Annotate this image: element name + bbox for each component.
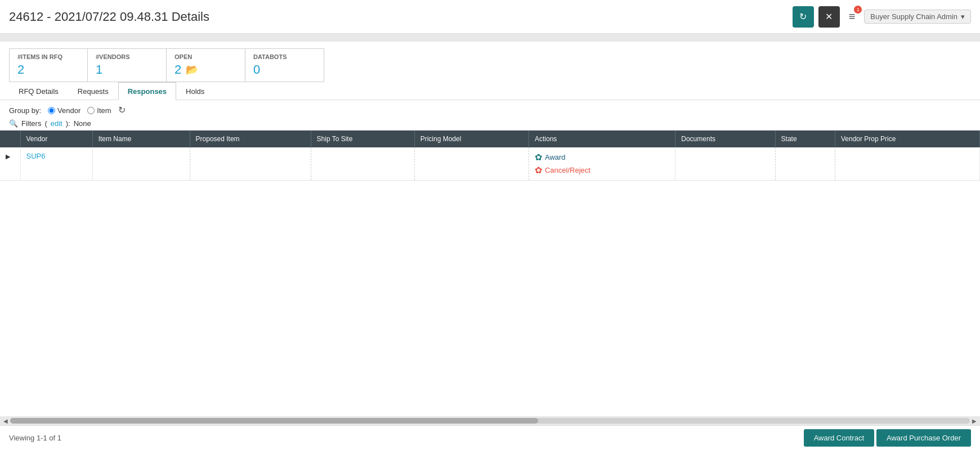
close-button[interactable]: ✕ (818, 6, 840, 28)
stat-vendors: #VENDORS 1 (88, 48, 167, 82)
col-pricing-model: Pricing Model (414, 130, 529, 147)
col-proposed-item: Proposed Item (190, 130, 311, 147)
filters-edit-wrapper: ( (44, 119, 47, 128)
table-wrapper[interactable]: Vendor Item Name Proposed Item Ship To S… (0, 130, 980, 416)
filters-close-paren: ): (66, 119, 70, 128)
stat-vendors-value: 1 (96, 62, 158, 77)
dropdown-chevron-icon: ▾ (961, 12, 965, 21)
folder-icon: 📂 (186, 64, 198, 76)
cell-ship-to-site (311, 147, 414, 181)
footer: Viewing 1-1 of 1 Award Contract Award Pu… (0, 425, 980, 450)
group-by-vendor-option[interactable]: Vendor (48, 106, 80, 115)
cancel-reject-action[interactable]: ✿ Cancel/Reject (535, 165, 669, 176)
subheader-bar (0, 34, 980, 42)
col-item-name: Item Name (92, 130, 190, 147)
notification-wrapper: ≡ 1 (844, 8, 860, 25)
group-refresh-icon[interactable]: ↻ (118, 105, 129, 116)
group-by-item-radio[interactable] (87, 107, 95, 114)
cell-expand[interactable]: ▶ (0, 147, 20, 181)
col-actions: Actions (529, 130, 675, 147)
scrollbar-thumb[interactable] (10, 418, 538, 424)
group-by-row: Group by: Vendor Item ↻ (9, 105, 971, 116)
stat-databots-value: 0 (253, 62, 316, 77)
col-documents: Documents (675, 130, 775, 147)
group-by-label: Group by: (9, 106, 41, 115)
stats-row: #ITEMS IN RFQ 2 #VENDORS 1 OPEN 2 📂 DATA… (9, 48, 971, 82)
stats-section: #ITEMS IN RFQ 2 #VENDORS 1 OPEN 2 📂 DATA… (0, 42, 980, 82)
cell-actions: ✿ Award ✿ Cancel/Reject (529, 147, 675, 181)
group-by-item-option[interactable]: Item (87, 106, 111, 115)
search-icon: 🔍 (9, 119, 18, 128)
group-by-item-label: Item (97, 106, 111, 115)
filters-value: None (74, 119, 91, 128)
award-label: Award (545, 153, 566, 161)
notification-badge: 1 (854, 6, 862, 14)
col-ship-to-site: Ship To Site (311, 130, 414, 147)
expand-arrow-icon[interactable]: ▶ (6, 153, 10, 160)
page-title: 24612 - 2021/07/22 09.48.31 Details (9, 10, 209, 24)
stat-open-label: OPEN (174, 53, 237, 60)
tab-rfq-details[interactable]: RFQ Details (9, 82, 68, 100)
table-row: ▶ SUP6 ✿ Award ✿ Cancel/Reject (0, 147, 980, 181)
stat-open: OPEN 2 📂 (167, 48, 245, 82)
cell-proposed-item (190, 147, 311, 181)
stat-items-in-rfq: #ITEMS IN RFQ 2 (9, 48, 88, 82)
filters-label: Filters (21, 119, 41, 128)
tab-responses[interactable]: Responses (118, 82, 176, 100)
tab-holds[interactable]: Holds (176, 82, 214, 100)
tabs-section: RFQ Details Requests Responses Holds (0, 82, 980, 100)
award-contract-button[interactable]: Award Contract (804, 429, 874, 447)
award-action[interactable]: ✿ Award (535, 152, 669, 163)
cell-vendor-prop-price (835, 147, 980, 181)
stat-items-in-rfq-label: #ITEMS IN RFQ (17, 53, 79, 60)
stat-vendors-label: #VENDORS (96, 53, 158, 60)
vendor-link[interactable]: SUP6 (26, 152, 46, 160)
tab-requests[interactable]: Requests (68, 82, 118, 100)
filters-edit-link[interactable]: edit (51, 119, 62, 128)
responses-table: Vendor Item Name Proposed Item Ship To S… (0, 130, 980, 181)
stat-databots-label: DATABOTS (253, 53, 316, 60)
cancel-star-icon: ✿ (535, 165, 542, 176)
scrollbar-track[interactable] (10, 418, 970, 424)
group-by-vendor-label: Vendor (57, 106, 80, 115)
cell-state (775, 147, 835, 181)
stat-items-in-rfq-value: 2 (17, 62, 79, 77)
award-star-icon: ✿ (535, 152, 542, 163)
scroll-left-arrow[interactable]: ◀ (1, 418, 10, 424)
scroll-right-arrow[interactable]: ▶ (970, 418, 979, 424)
col-vendor: Vendor (20, 130, 92, 147)
group-by-vendor-radio[interactable] (48, 107, 55, 114)
scrollbar-area[interactable]: ◀ ▶ (0, 416, 980, 425)
col-expand (0, 130, 20, 147)
col-vendor-prop-price: Vendor Prop Price (835, 130, 980, 147)
cancel-reject-label: Cancel/Reject (545, 166, 590, 174)
filters-area: Group by: Vendor Item ↻ 🔍 Filters (edit)… (0, 100, 980, 130)
user-dropdown[interactable]: Buyer Supply Chain Admin ▾ (864, 10, 971, 24)
cell-pricing-model (414, 147, 529, 181)
cell-item-name (92, 147, 190, 181)
cell-vendor: SUP6 (20, 147, 92, 181)
footer-buttons: Award Contract Award Purchase Order (804, 429, 971, 447)
header: 24612 - 2021/07/22 09.48.31 Details ↻ ✕ … (0, 0, 980, 34)
col-state: State (775, 130, 835, 147)
refresh-button[interactable]: ↻ (793, 6, 814, 28)
cell-documents (675, 147, 775, 181)
header-actions: ↻ ✕ ≡ 1 Buyer Supply Chain Admin ▾ (793, 6, 971, 28)
filters-row: 🔍 Filters (edit): None (9, 119, 971, 128)
stat-databots: DATABOTS 0 (245, 48, 324, 82)
stat-open-value: 2 📂 (174, 62, 237, 77)
user-name: Buyer Supply Chain Admin (870, 12, 957, 21)
award-purchase-order-button[interactable]: Award Purchase Order (876, 429, 971, 447)
table-header-row: Vendor Item Name Proposed Item Ship To S… (0, 130, 980, 147)
viewing-text: Viewing 1-1 of 1 (9, 434, 61, 442)
